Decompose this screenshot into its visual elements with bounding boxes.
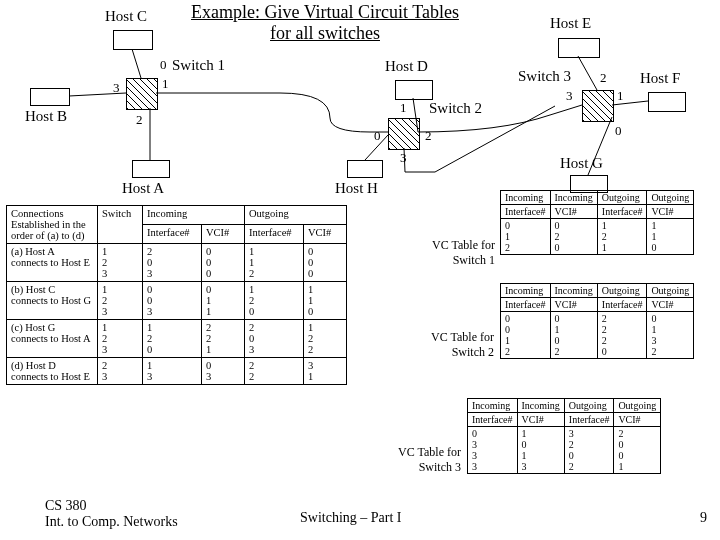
- vc2-label: VC Table for Switch 2: [408, 330, 494, 360]
- footer-right-pagenum: 9: [700, 510, 707, 526]
- table-row: (c) Host G connects to Host A12312022120…: [7, 320, 347, 358]
- conn-hdr-in-if: Interface#: [143, 225, 202, 244]
- table-row: (b) Host C connects to Host G12300301112…: [7, 282, 347, 320]
- vc3-table: IncomingIncomingOutgoingOutgoingInterfac…: [467, 398, 661, 474]
- svg-line-0: [132, 49, 141, 78]
- connections-table: Connections Established in the order of …: [6, 205, 347, 385]
- svg-line-1: [69, 93, 126, 96]
- svg-line-3: [413, 98, 418, 132]
- connections-table-wrap: Connections Established in the order of …: [6, 205, 347, 385]
- table-row: (d) Host D connects to Host E2313032231: [7, 358, 347, 385]
- conn-hdr-in: Incoming: [143, 206, 245, 225]
- conn-hdr-switch: Switch: [98, 206, 143, 244]
- footer-center: Switching – Part I: [300, 510, 402, 526]
- conn-hdr-out-if: Interface#: [245, 225, 304, 244]
- conn-hdr-out-vci: VCI#: [304, 225, 347, 244]
- vc3-wrap: IncomingIncomingOutgoingOutgoingInterfac…: [467, 398, 661, 474]
- footer-left: CS 380 Int. to Comp. Networks: [45, 498, 178, 530]
- vc2-table: IncomingIncomingOutgoingOutgoingInterfac…: [500, 283, 694, 359]
- footer-left-a: CS 380: [45, 498, 87, 513]
- svg-line-7: [435, 106, 555, 172]
- table-row: (a) Host A connects to Host E12320300011…: [7, 244, 347, 282]
- vc3-label: VC Table for Switch 3: [375, 445, 461, 475]
- svg-line-8: [578, 56, 597, 90]
- conn-hdr-a: Connections: [11, 208, 64, 219]
- conn-hdr-in-vci: VCI#: [202, 225, 245, 244]
- conn-hdr-out: Outgoing: [245, 206, 347, 225]
- svg-line-10: [588, 117, 612, 175]
- svg-line-4: [365, 135, 388, 160]
- footer-left-b: Int. to Comp. Networks: [45, 514, 178, 529]
- svg-line-9: [612, 101, 648, 105]
- conn-hdr-b: Established in the order of (a) to (d): [11, 219, 86, 241]
- svg-line-5: [404, 148, 405, 172]
- vc1-label: VC Table for Switch 1: [415, 238, 495, 268]
- edges: [0, 0, 720, 200]
- vc1-wrap: IncomingIncomingOutgoingOutgoingInterfac…: [500, 190, 694, 255]
- vc2-wrap: IncomingIncomingOutgoingOutgoingInterfac…: [500, 283, 694, 359]
- vc1-table: IncomingIncomingOutgoingOutgoingInterfac…: [500, 190, 694, 255]
